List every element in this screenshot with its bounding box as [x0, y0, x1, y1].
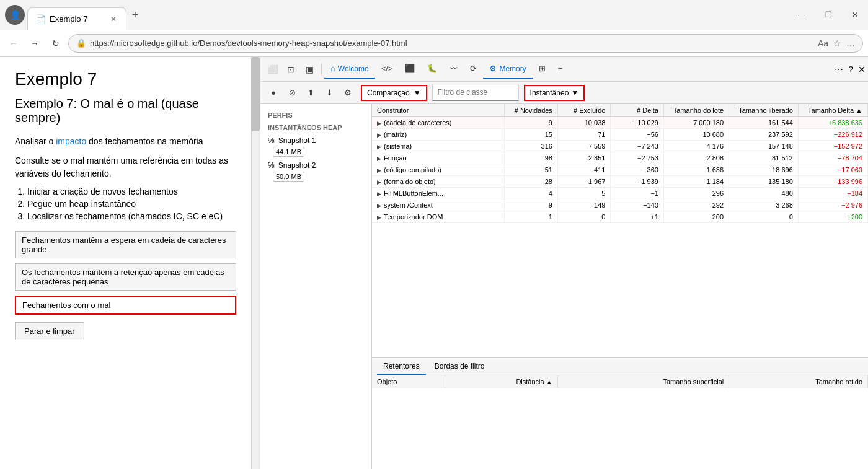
cell-delta: +1 — [611, 211, 664, 223]
bottom-col-distance[interactable]: Distância ▲ — [445, 375, 557, 388]
expand-icon[interactable]: ▶ — [377, 179, 381, 185]
list-link-2[interactable]: heap — [69, 199, 89, 209]
snapshot-2-percent: % — [268, 161, 275, 170]
active-tab[interactable]: 📄 Exemplo 7 ✕ — [27, 7, 126, 30]
expand-icon[interactable]: ▶ — [377, 214, 381, 221]
snapshot-2-item[interactable]: % Snapshot 2 — [260, 159, 371, 172]
page-subtitle: Exemplo 7: O mal é o mal (quase sempre) — [15, 97, 245, 125]
tab-memory[interactable]: ⚙ Memory — [483, 59, 532, 79]
tab-perf[interactable]: ⟳ — [464, 59, 483, 79]
more-button[interactable]: ⋯ — [835, 64, 843, 74]
btn-mal[interactable]: Fechamentos com o mal — [15, 296, 236, 315]
table-row[interactable]: ▶(cadeia de caracteres) 9 10 038 −10 029… — [372, 117, 868, 129]
page-title: Exemplo 7 — [15, 69, 245, 89]
expand-icon[interactable]: ▶ — [377, 144, 381, 150]
help-button[interactable]: ? — [848, 64, 853, 74]
table-row[interactable]: ▶(sistema) 316 7 559 −7 243 4 176 157 14… — [372, 141, 868, 152]
add-tab-icon: + — [558, 64, 563, 73]
record-button[interactable]: ● — [265, 85, 281, 101]
memory-sidebar: Perfis INSTANTÂNEOS HEAP % Snapshot 1 44… — [260, 104, 372, 469]
instantaneo-button[interactable]: Instantâneo ▼ — [524, 85, 585, 101]
tab-memory-label: Memory — [499, 64, 526, 73]
table-row[interactable]: ▶Função 98 2 851 −2 753 2 808 81 512 −78… — [372, 152, 868, 164]
expand-icon[interactable]: ▶ — [377, 203, 381, 209]
page-link-1[interactable]: impacto — [56, 136, 86, 146]
device-toolbar-icon[interactable]: ⬜ — [264, 61, 281, 78]
bottom-col-retained[interactable]: Tamanho retido — [729, 375, 868, 388]
expand-icon[interactable]: ▶ — [377, 191, 381, 197]
tab-add[interactable]: + — [552, 59, 569, 79]
btn-small-string[interactable]: Os fechamentos mantêm a retenção apenas … — [15, 263, 236, 291]
table-row[interactable]: ▶(código compilado) 51 411 −360 1 636 18… — [372, 164, 868, 176]
forward-button[interactable]: → — [26, 35, 43, 52]
snapshot-1-item[interactable]: % Snapshot 1 — [260, 134, 371, 147]
table-row[interactable]: ▶(matriz) 15 71 −56 10 680 237 592 −226 … — [372, 129, 868, 141]
tab-welcome[interactable]: ⌂ Welcome — [324, 59, 375, 79]
profile-button[interactable]: 👤 — [5, 5, 25, 25]
download-button[interactable]: ⬇ — [321, 85, 337, 101]
table-row[interactable]: ▶Temporizador DOM 1 0 +1 200 0 +200 — [372, 211, 868, 223]
upload-button[interactable]: ⬆ — [303, 85, 319, 101]
table-row[interactable]: ▶system /Context 9 149 −140 292 3 268 −2… — [372, 199, 868, 211]
tab-retentores[interactable]: Retentores — [377, 358, 426, 375]
memory-icon: ⚙ — [489, 64, 497, 73]
bottom-table: Objeto Distância ▲ Tamanho superficial T… — [372, 375, 868, 388]
maximize-button[interactable]: ❐ — [820, 8, 837, 22]
snapshot-1-name: Snapshot 1 — [278, 136, 316, 145]
tab-title: Exemplo 7 — [50, 14, 87, 24]
list-item-1: Iniciar a criação de novos fechamentos — [27, 186, 245, 196]
tab-app[interactable]: ⊞ — [533, 59, 552, 79]
list-link-1[interactable]: Iniciar a criação de novos fechamentos — [27, 186, 178, 196]
close-button[interactable]: ✕ — [847, 8, 863, 22]
col-header-deleted[interactable]: # Excluído — [557, 104, 611, 117]
url-bar[interactable]: 🔒 https://microsoftedge.github.io/Demos/… — [68, 34, 863, 53]
tab-close-button[interactable]: ✕ — [108, 14, 118, 24]
minimize-button[interactable]: — — [793, 8, 810, 22]
col-header-alloc[interactable]: Tamanho do lote — [663, 104, 728, 117]
tab-console[interactable]: ⬛ — [399, 59, 421, 79]
stop-button[interactable]: Parar e limpar — [15, 322, 84, 340]
tab-debug[interactable]: 🐛 — [421, 59, 443, 79]
read-aloud-icon[interactable]: Aa — [818, 38, 828, 48]
col-header-size-delta[interactable]: Tamanho Delta ▲ — [798, 104, 867, 117]
cell-alloc: 1 184 — [663, 176, 728, 188]
collect-garbage-button[interactable]: ⚙ — [340, 85, 356, 101]
bottom-col-shallow[interactable]: Tamanho superficial — [557, 375, 729, 388]
back-button[interactable]: ← — [5, 35, 22, 52]
cell-freed: 18 696 — [729, 164, 799, 176]
tab-network[interactable]: 〰 — [443, 59, 464, 79]
expand-icon[interactable]: ▶ — [377, 167, 381, 173]
table-row[interactable]: ▶(forma do objeto) 28 1 967 −1 939 1 184… — [372, 176, 868, 188]
sidebar-icon[interactable]: ▣ — [301, 61, 318, 78]
debug-icon: 🐛 — [427, 64, 437, 73]
btn-large-string[interactable]: Fechamentos mantêm a espera em cadeia de… — [15, 231, 236, 258]
col-header-freed[interactable]: Tamanho liberado — [729, 104, 799, 117]
favorites-icon[interactable]: ☆ — [833, 38, 841, 48]
cell-deleted: 7 559 — [557, 141, 611, 152]
new-tab-button[interactable]: + — [126, 6, 144, 24]
tab-bordas[interactable]: Bordas de filtro — [428, 358, 491, 375]
table-row[interactable]: ▶HTMLButtonElem... 4 5 −1 296 480 −184 — [372, 188, 868, 199]
col-header-new[interactable]: # Novidades — [505, 104, 558, 117]
col-header-constructor[interactable]: Construtor — [372, 104, 505, 117]
expand-icon[interactable]: ▶ — [377, 132, 381, 138]
filtro-input[interactable] — [432, 85, 519, 101]
network-icon: 〰 — [450, 64, 458, 73]
cell-alloc: 292 — [663, 199, 728, 211]
expand-icon[interactable]: ▶ — [377, 120, 381, 126]
devtools-close-button[interactable]: ✕ — [858, 64, 866, 74]
cell-constructor: ▶(sistema) — [372, 141, 505, 152]
clear-button[interactable]: ⊘ — [284, 85, 300, 101]
tab-html[interactable]: </> — [375, 59, 399, 79]
bottom-col-objeto[interactable]: Objeto — [372, 375, 445, 388]
scrollbar-thumb[interactable] — [251, 57, 260, 131]
cell-freed: 157 148 — [729, 141, 799, 152]
col-header-delta[interactable]: # Delta — [611, 104, 664, 117]
cell-size-delta: −17 060 — [798, 164, 867, 176]
expand-icon[interactable]: ▶ — [377, 156, 381, 162]
more-icon[interactable]: … — [846, 38, 855, 48]
inspect-icon[interactable]: ⊡ — [282, 61, 299, 78]
comparacao-dropdown[interactable]: Comparação ▼ — [361, 85, 427, 101]
memory-panel: ● ⊘ ⬆ ⬇ ⚙ Comparação ▼ Instantâneo ▼ — [260, 82, 868, 469]
refresh-button[interactable]: ↻ — [47, 35, 64, 52]
